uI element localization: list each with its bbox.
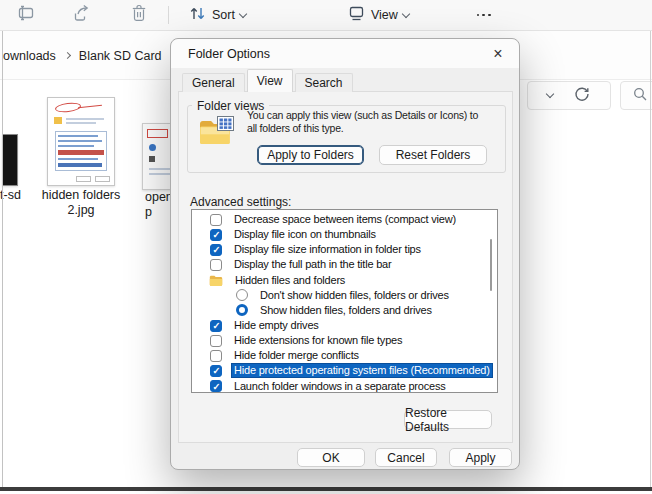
tab-search[interactable]: Search bbox=[295, 73, 353, 92]
advanced-setting-row[interactable]: Display file size information in folder … bbox=[192, 242, 497, 257]
advanced-setting-row[interactable]: Display file icon on thumbnails bbox=[192, 227, 497, 242]
advanced-setting-label: Display the full path in the title bar bbox=[232, 258, 394, 271]
rename-icon bbox=[14, 2, 36, 28]
folder-views-icon bbox=[197, 114, 237, 154]
advanced-setting-row[interactable]: Hide empty drives bbox=[192, 318, 497, 333]
dialog-title: Folder Options bbox=[188, 47, 270, 61]
refresh-icon[interactable] bbox=[573, 85, 591, 107]
view-icon bbox=[346, 3, 366, 27]
folder-options-dialog: Folder Options × GeneralViewSearch Folde… bbox=[170, 38, 520, 470]
folder-icon bbox=[209, 275, 223, 286]
search-box[interactable] bbox=[620, 81, 652, 110]
scrollbar-thumb[interactable] bbox=[490, 239, 493, 291]
advanced-setting-row[interactable]: Show hidden files, folders and drives bbox=[192, 303, 497, 318]
advanced-settings-list[interactable]: Decrease space between items (compact vi… bbox=[191, 209, 498, 393]
share-icon bbox=[70, 2, 92, 28]
window-bottom-border bbox=[0, 487, 652, 491]
advanced-setting-label: Hide extensions for known file types bbox=[232, 334, 404, 347]
advanced-setting-label: Hide folder merge conflicts bbox=[232, 349, 361, 362]
sort-icon bbox=[187, 3, 207, 27]
close-button[interactable]: × bbox=[486, 44, 510, 64]
advanced-setting-row[interactable]: Hidden files and folders bbox=[192, 273, 497, 288]
address-controls bbox=[527, 81, 611, 110]
advanced-setting-label: Decrease space between items (compact vi… bbox=[232, 213, 458, 226]
view-label: View bbox=[371, 8, 398, 22]
breadcrumb-item-downloads[interactable]: ownloads bbox=[3, 49, 56, 63]
sort-label: Sort bbox=[212, 8, 235, 22]
file-name: t-sd bbox=[0, 188, 24, 203]
folder-views-description-line1: You can apply this view (such as Details… bbox=[247, 109, 509, 122]
explorer-toolbar: Sort View bbox=[0, 0, 652, 31]
chevron-down-icon[interactable] bbox=[546, 90, 554, 98]
file-thumbnail bbox=[2, 134, 18, 186]
chevron-down-icon bbox=[402, 9, 410, 17]
window-right-border bbox=[650, 31, 651, 487]
tab-general[interactable]: General bbox=[182, 73, 245, 92]
rename-button[interactable] bbox=[8, 2, 42, 28]
restore-defaults-button[interactable]: Restore Defaults bbox=[404, 410, 492, 429]
radio-unselected-icon[interactable] bbox=[236, 289, 248, 301]
close-icon: × bbox=[493, 45, 502, 63]
advanced-setting-row[interactable]: Hide protected operating system files (R… bbox=[192, 363, 497, 378]
advanced-setting-row[interactable]: Display the full path in the title bar bbox=[192, 257, 497, 272]
more-icon bbox=[477, 14, 491, 17]
apply-to-folders-button[interactable]: Apply to Folders bbox=[257, 145, 364, 165]
checkbox-checked-icon[interactable] bbox=[210, 320, 222, 332]
advanced-setting-row[interactable]: Don't show hidden files, folders or driv… bbox=[192, 288, 497, 303]
file-thumbnail bbox=[47, 97, 115, 186]
advanced-setting-label: Hidden files and folders bbox=[233, 274, 347, 287]
search-icon bbox=[631, 85, 649, 107]
advanced-setting-label: Display file icon on thumbnails bbox=[232, 228, 378, 241]
advanced-setting-row[interactable]: Launch folder windows in a separate proc… bbox=[192, 379, 497, 393]
radio-selected-icon[interactable] bbox=[236, 304, 248, 316]
breadcrumb-separator-icon bbox=[64, 52, 71, 59]
tab-view[interactable]: View bbox=[247, 69, 293, 92]
view-button[interactable]: View bbox=[340, 2, 415, 28]
checkbox-unchecked-icon[interactable] bbox=[210, 350, 222, 362]
breadcrumb-item-folder[interactable]: Blank SD Card bbox=[79, 49, 162, 63]
checkbox-unchecked-icon[interactable] bbox=[210, 335, 222, 347]
apply-button[interactable]: Apply bbox=[449, 448, 512, 467]
explorer-window: Sort View ownloads Blank SD Card bbox=[0, 0, 652, 494]
share-button[interactable] bbox=[64, 2, 98, 28]
window-left-border bbox=[2, 31, 3, 487]
checkbox-unchecked-icon[interactable] bbox=[210, 214, 222, 226]
ok-button[interactable]: OK bbox=[297, 448, 365, 467]
advanced-setting-row[interactable]: Hide extensions for known file types bbox=[192, 333, 497, 348]
advanced-setting-label: Launch folder windows in a separate proc… bbox=[232, 380, 448, 393]
reset-folders-button[interactable]: Reset Folders bbox=[379, 145, 487, 165]
checkbox-checked-icon[interactable] bbox=[210, 365, 222, 377]
checkbox-checked-icon[interactable] bbox=[210, 244, 222, 256]
more-button[interactable] bbox=[471, 2, 497, 28]
folder-views-description-line2: all folders of this type. bbox=[247, 122, 509, 135]
breadcrumb: ownloads Blank SD Card bbox=[3, 31, 162, 80]
advanced-setting-row[interactable]: Decrease space between items (compact vi… bbox=[192, 212, 497, 227]
checkbox-checked-icon[interactable] bbox=[210, 380, 222, 392]
advanced-setting-label: Hide empty drives bbox=[232, 319, 321, 332]
advanced-settings-label: Advanced settings: bbox=[190, 195, 291, 209]
checkbox-checked-icon[interactable] bbox=[210, 229, 222, 241]
dialog-titlebar: Folder Options bbox=[171, 39, 519, 68]
cancel-button[interactable]: Cancel bbox=[375, 448, 437, 467]
chevron-down-icon bbox=[239, 9, 247, 17]
toolbar-divider bbox=[168, 6, 169, 24]
delete-button[interactable] bbox=[122, 2, 156, 28]
dialog-tabs: GeneralViewSearch bbox=[182, 69, 353, 92]
checkbox-unchecked-icon[interactable] bbox=[210, 259, 222, 271]
advanced-setting-label: Hide protected operating system files (R… bbox=[232, 364, 492, 377]
file-name: hidden folders 2.jpg bbox=[38, 188, 124, 218]
advanced-setting-label: Show hidden files, folders and drives bbox=[258, 304, 434, 317]
advanced-setting-label: Don't show hidden files, folders or driv… bbox=[258, 289, 451, 302]
advanced-setting-label: Display file size information in folder … bbox=[232, 243, 423, 256]
advanced-setting-row[interactable]: Hide folder merge conflicts bbox=[192, 348, 497, 363]
sort-button[interactable]: Sort bbox=[181, 2, 252, 28]
trash-icon bbox=[128, 2, 150, 28]
